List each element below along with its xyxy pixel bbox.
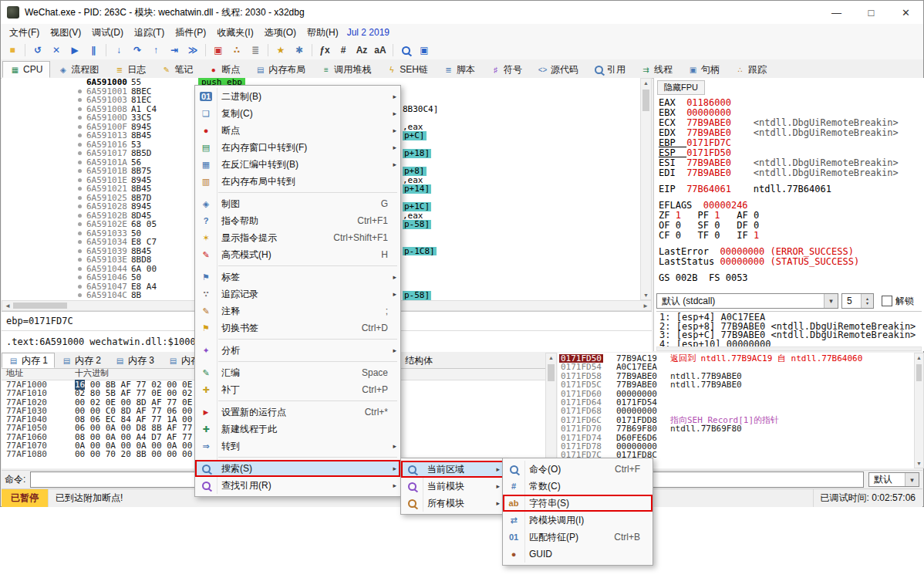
menu-item-assemble[interactable]: ✎汇编Space [195,364,400,381]
menubar-item[interactable]: 收藏夹(I) [211,25,258,41]
stack-row[interactable]: 0171FD640171FD54 [558,398,914,407]
tab-notes[interactable]: ✎笔记 [153,61,201,78]
menu-item-breakpoint[interactable]: ●断点▸ [195,122,400,139]
chevron-down-icon[interactable]: ▾ [905,473,919,486]
menu-item-graph[interactable]: ◈制图G [195,195,400,212]
breakpoint-dot-icon[interactable] [78,151,82,155]
close-button[interactable]: ✕ [889,1,923,24]
scroll-right-icon[interactable]: ► [642,303,649,309]
pause-icon[interactable]: ∥ [85,42,102,58]
scroll-down-icon[interactable]: ▼ [641,292,651,298]
breakpoint-dot-icon[interactable] [78,90,82,93]
menu-item-search[interactable]: 搜索(S)▸ [195,460,400,477]
dump-tab-memory-2[interactable]: ▤内存 2 [55,353,108,368]
menu-item-search-pattern[interactable]: 01匹配特征(P)Ctrl+B [503,529,653,546]
register-line[interactable]: OF 0 SF 0 DF 0 [659,220,922,230]
unlock-checkbox[interactable] [882,296,892,306]
scroll-left-icon[interactable]: ◄ [5,303,11,309]
layout-icon[interactable]: ▣ [416,42,433,58]
case-icon[interactable]: aA [372,42,389,58]
breakpoint-dot-icon[interactable] [78,249,82,253]
register-line[interactable]: EFLAGS 00000246 [659,200,922,210]
register-line[interactable]: EBX 00000000 [659,107,922,117]
open-file-icon[interactable]: ■ [4,42,21,58]
tab-handles[interactable]: ▣句柄 [680,61,727,78]
spinner-arrows-icon[interactable]: ▴▾ [861,294,873,308]
menu-item-analysis[interactable]: ✦分析▸ [195,342,400,359]
breakpoint-dot-icon[interactable] [78,267,82,271]
scrollbar-thumb[interactable] [642,90,649,111]
scrollbar-thumb[interactable] [13,303,67,309]
register-line[interactable] [659,177,922,184]
stack-pane[interactable]: 0171FD5077B9AC19返回到 ntdll.77B9AC19 自 ntd… [558,353,914,468]
menubar-item[interactable]: 插件(P) [170,25,211,41]
favourites-icon[interactable]: ★ [272,42,289,58]
breakpoint-dot-icon[interactable] [78,134,82,137]
disassembly-vertical-scrollbar[interactable]: ▲ ▼ [640,78,652,300]
step-out-icon[interactable]: ↑ [147,42,164,58]
menu-item-toggle-bookmark[interactable]: ⚑切换书签Ctrl+D [195,319,400,336]
dump-tab-memory-3[interactable]: ▤内存 3 [108,353,161,368]
tab-trace[interactable]: ∴跟踪 [727,61,774,78]
menu-item-follow-in-dump[interactable]: ▤在内存窗口中转到(F)▸ [195,139,400,156]
menu-item-patch[interactable]: ✚补丁Ctrl+P [195,381,400,398]
chevron-down-icon[interactable]: ▾ [824,294,838,308]
hash-icon[interactable]: # [335,42,352,58]
menu-item-comment[interactable]: ✎注释; [195,303,400,319]
register-line[interactable]: LastStatus 00000000 (STATUS_SUCCESS) [659,256,922,266]
breakpoint-dot-icon[interactable] [78,125,82,129]
register-line[interactable]: EDX 77B9ABE0 <ntdll.DbgUiRemoteBreakin> [659,127,922,137]
tab-references[interactable]: 引用 [586,61,633,78]
settings-icon[interactable]: ✱ [291,42,308,58]
menu-item-highlighting-mode[interactable]: ✎高亮模式(H)H [195,246,400,263]
tab-call-stack[interactable]: ≡调用堆栈 [313,61,379,78]
menu-item-follow-in-disassembler[interactable]: ▦在反汇编中转到(B)▸ [195,156,400,173]
menubar-item[interactable]: 文件(F) [4,25,45,41]
menubar-item[interactable]: 选项(O) [259,25,302,41]
menubar-item[interactable]: 调试(D) [86,25,129,41]
search-toolbar-icon[interactable] [397,42,414,58]
register-line[interactable] [659,194,922,200]
breakpoint-dot-icon[interactable] [78,293,82,297]
argument-count-spinner[interactable]: 5 ▴▾ [841,293,874,309]
step-into-icon[interactable]: ↓ [110,42,127,58]
menu-item-copy[interactable]: ❏复制(C)▸ [195,105,400,122]
dump-tab-memory-1[interactable]: ▤内存 1 [2,353,55,368]
az-icon[interactable]: Az [353,42,370,58]
menu-item-label[interactable]: ⚑标签▸ [195,269,400,286]
stack-row[interactable]: 0171FD7077B69F80ntdll.77B69F80 [558,424,914,433]
restart-icon[interactable]: ↺ [29,42,46,58]
menubar-item[interactable]: 视图(V) [45,25,86,41]
menu-item-goto[interactable]: ⇒转到▸ [195,438,400,455]
menu-item-search-command[interactable]: 命令(O)Ctrl+F [503,461,653,478]
command-profile-select[interactable]: 默认 ▾ [868,472,919,487]
breakpoint-dot-icon[interactable] [78,204,82,208]
scroll-up-icon[interactable]: ▲ [546,355,556,360]
breakpoint-dot-icon[interactable] [78,285,82,289]
register-line[interactable]: ZF 1 PF 1 AF 0 [659,210,922,220]
run-to-user-code-icon[interactable]: ⇥ [166,42,183,58]
hide-fpu-button[interactable]: 隐藏FPU [657,80,705,95]
breakpoint-dot-icon[interactable] [78,107,82,111]
animate-icon[interactable]: ≫ [184,42,201,58]
scrollbar-thumb[interactable] [916,364,922,381]
menu-item-find-references[interactable]: 查找引用(R)▸ [195,477,400,494]
menu-item-instruction-help[interactable]: ?指令帮助Ctrl+F1 [195,212,400,229]
breakpoint-dot-icon[interactable] [78,98,82,102]
breakpoint-dot-icon[interactable] [78,116,82,120]
breakpoint-dot-icon[interactable] [78,275,82,279]
menubar-item[interactable]: 追踪(T) [129,25,170,41]
breakpoint-dot-icon[interactable] [78,222,82,226]
tab-log[interactable]: ≣日志 [106,61,153,78]
tab-cpu[interactable]: ▦CPU [2,61,50,78]
register-line[interactable]: EIP 77B64061 ntdll.77B64061 [659,184,922,194]
menu-item-search-intermodular-calls[interactable]: ⇄跨模块调用(I) [503,512,653,529]
register-line[interactable]: CF 0 TF 0 IF 1 [659,230,922,240]
breakpoint-dot-icon[interactable] [78,240,82,244]
log-toolbar-icon[interactable]: ≣ [247,42,264,58]
breakpoint-dot-icon[interactable] [78,196,82,200]
step-over-icon[interactable]: ↷ [129,42,146,58]
menu-item-search-all-modules[interactable]: 所有模块▸ [401,495,504,512]
register-line[interactable]: EAX 01186000 [659,97,922,107]
register-line[interactable]: EBP 0171FD7C [659,137,922,147]
